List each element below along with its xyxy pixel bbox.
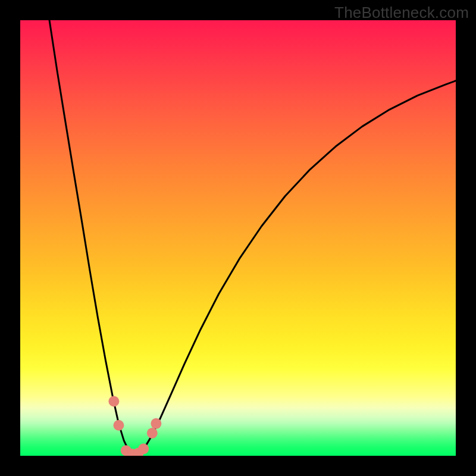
marker-right-upper-pair <box>151 418 161 429</box>
marker-right-lower-pair <box>147 428 158 439</box>
bottleneck-curve-path <box>49 20 456 455</box>
marker-left-lower-pair <box>113 420 124 431</box>
watermark-link[interactable]: TheBottleneck.com <box>334 4 469 22</box>
chart-frame: TheBottleneck.com <box>0 0 476 476</box>
curve-layer <box>20 20 456 456</box>
marker-trough-d <box>138 443 149 454</box>
marker-left-upper-pair <box>108 396 119 407</box>
marker-group <box>108 396 161 456</box>
plot-area <box>20 20 456 456</box>
bottleneck-curve <box>49 20 456 455</box>
